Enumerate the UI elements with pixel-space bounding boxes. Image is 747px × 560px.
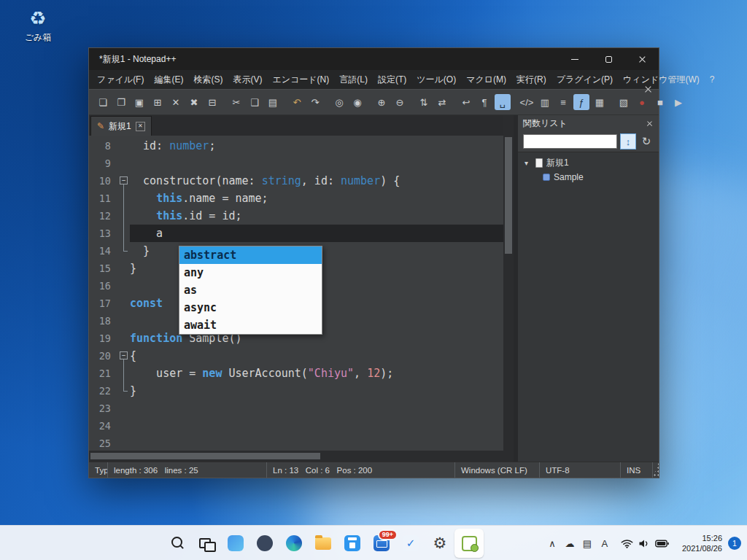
resize-grip[interactable]: [653, 462, 659, 478]
menu-window[interactable]: ウィンドウ管理(W): [618, 71, 705, 89]
tab-close-icon[interactable]: ✕: [136, 122, 145, 131]
store-taskbar-button[interactable]: [338, 529, 367, 558]
menu-macro[interactable]: マクロ(M): [461, 71, 511, 89]
refresh-icon[interactable]: ↻: [639, 135, 654, 148]
edge-taskbar-button[interactable]: [279, 529, 309, 558]
document-tab[interactable]: ✎新規1✕: [90, 116, 152, 136]
widgets-taskbar-button[interactable]: [221, 529, 250, 558]
onedrive-icon[interactable]: ☁: [561, 538, 578, 549]
clock[interactable]: 15:26 2021/08/26: [676, 533, 728, 554]
fold-collapse-icon[interactable]: −: [120, 351, 128, 359]
macro-play-button[interactable]: ▶: [670, 94, 686, 110]
close-button[interactable]: [625, 48, 659, 70]
tree-item[interactable]: ▾新規1: [518, 156, 659, 170]
tree-item[interactable]: Sample: [518, 170, 659, 184]
menu-language[interactable]: 言語(L): [334, 71, 373, 89]
menu-view[interactable]: 表示(V): [228, 71, 267, 89]
word-wrap-button[interactable]: ↩: [458, 94, 474, 110]
horizontal-scrollbar[interactable]: [89, 451, 503, 462]
autocomplete-item[interactable]: async: [179, 299, 322, 316]
menu-run[interactable]: 実行(R): [511, 71, 551, 89]
document-list-button[interactable]: ≡: [555, 94, 571, 110]
vertical-scrollbar-thumb[interactable]: [505, 137, 512, 254]
sync-horizontal-scroll-button[interactable]: ⇄: [434, 94, 450, 110]
copy-button[interactable]: ❑: [247, 94, 263, 110]
hidden-icons-icon[interactable]: ∧: [543, 538, 561, 549]
menu-encoding[interactable]: エンコード(N): [267, 71, 334, 89]
dock-close-button[interactable]: [644, 83, 652, 96]
undo-button[interactable]: ↶: [289, 94, 305, 110]
menu-plugins[interactable]: プラグイン(P): [551, 71, 618, 89]
function-list-search-input[interactable]: [523, 134, 617, 149]
fold-margin[interactable]: −: [118, 172, 130, 190]
maximize-button[interactable]: [592, 48, 625, 70]
macro-stop-button[interactable]: ■: [652, 94, 668, 110]
define-language-button[interactable]: </>: [519, 94, 535, 110]
menu-edit[interactable]: 編集(E): [149, 71, 188, 89]
save-file-button[interactable]: ▣: [131, 94, 147, 110]
fold-collapse-icon[interactable]: −: [120, 176, 128, 184]
task-view-taskbar-button[interactable]: [192, 529, 221, 558]
document-map-button[interactable]: ▥: [537, 94, 553, 110]
ime-mode-icon[interactable]: A: [596, 538, 614, 549]
close-all-button[interactable]: ✖: [186, 94, 202, 110]
minimize-button[interactable]: [558, 48, 592, 70]
autocomplete-item[interactable]: await: [179, 316, 322, 334]
autocomplete-item[interactable]: as: [179, 281, 322, 299]
start-taskbar-button[interactable]: [133, 529, 163, 558]
redo-button[interactable]: ↷: [307, 94, 323, 110]
cut-button[interactable]: ✂: [228, 94, 244, 110]
menu-help[interactable]: ?: [705, 71, 720, 88]
explorer-taskbar-button[interactable]: [309, 529, 338, 558]
search-icon: [169, 534, 186, 552]
sync-vertical-scroll-button[interactable]: ⇅: [416, 94, 432, 110]
fold-margin: [118, 417, 130, 435]
horizontal-scrollbar-thumb[interactable]: [90, 453, 320, 459]
status-caret-position: Ln : 13 Col : 6 Pos : 200: [267, 462, 455, 478]
menu-settings[interactable]: 設定(T): [373, 71, 411, 89]
quick-settings[interactable]: [614, 530, 676, 556]
titlebar[interactable]: *新規1 - Notepad++: [89, 48, 659, 70]
fold-margin[interactable]: −: [118, 347, 130, 365]
expand-arrow-icon[interactable]: ▾: [525, 159, 532, 167]
zoom-in-button[interactable]: ⊕: [374, 94, 390, 110]
settings-taskbar-button[interactable]: ⚙: [425, 529, 454, 558]
zoom-out-button[interactable]: ⊖: [392, 94, 408, 110]
recycle-bin[interactable]: ♻ ごみ箱: [19, 7, 57, 44]
text-editor[interactable]: 8 id: number;910− constructor(name: stri…: [89, 136, 503, 451]
notepadpp-taskbar-button[interactable]: [454, 529, 484, 558]
notification-count-badge[interactable]: 1: [728, 537, 741, 550]
close-file-button[interactable]: ✕: [168, 94, 184, 110]
teams-taskbar-button[interactable]: [250, 529, 279, 558]
show-whitespace-button[interactable]: ␣: [495, 94, 511, 110]
save-all-button[interactable]: ⊞: [150, 94, 166, 110]
status-eol-format[interactable]: Windows (CR LF): [455, 462, 540, 478]
autocomplete-item[interactable]: abstract: [179, 246, 322, 264]
status-insert-mode[interactable]: INS: [621, 462, 653, 478]
function-list-button[interactable]: ƒ: [573, 94, 589, 110]
function-list-close-icon[interactable]: [646, 120, 653, 127]
desktop: ♻ ごみ箱 *新規1 - Notepad++ ファイル(F)編集(E)検索(S)…: [0, 0, 747, 560]
autocomplete-item[interactable]: any: [179, 264, 322, 281]
search-taskbar-button[interactable]: [163, 529, 192, 558]
sort-button[interactable]: ↕: [620, 133, 636, 149]
print-button[interactable]: ⊟: [204, 94, 220, 110]
dock-close-icon: [644, 85, 652, 93]
show-all-characters-button[interactable]: ¶: [476, 94, 492, 110]
open-file-button[interactable]: ❐: [113, 94, 129, 110]
paste-button[interactable]: ▤: [265, 94, 281, 110]
menu-search[interactable]: 検索(S): [188, 71, 228, 89]
replace-button[interactable]: ◉: [349, 94, 365, 110]
status-encoding[interactable]: UTF-8: [540, 462, 621, 478]
vertical-scrollbar[interactable]: [503, 115, 514, 462]
menu-tools[interactable]: ツール(O): [411, 71, 461, 89]
menu-file[interactable]: ファイル(F): [92, 71, 149, 89]
macro-record-button[interactable]: ●: [634, 94, 650, 110]
folder-as-workspace-button[interactable]: ▦: [592, 94, 608, 110]
touch-keyboard-icon[interactable]: ▤: [578, 538, 596, 549]
find-button[interactable]: ◎: [331, 94, 347, 110]
todo-taskbar-button[interactable]: ✓: [396, 529, 425, 558]
new-file-button[interactable]: ❏: [95, 94, 111, 110]
file-monitoring-button[interactable]: ▧: [616, 94, 632, 110]
mail-taskbar-button[interactable]: 99+: [367, 529, 396, 558]
